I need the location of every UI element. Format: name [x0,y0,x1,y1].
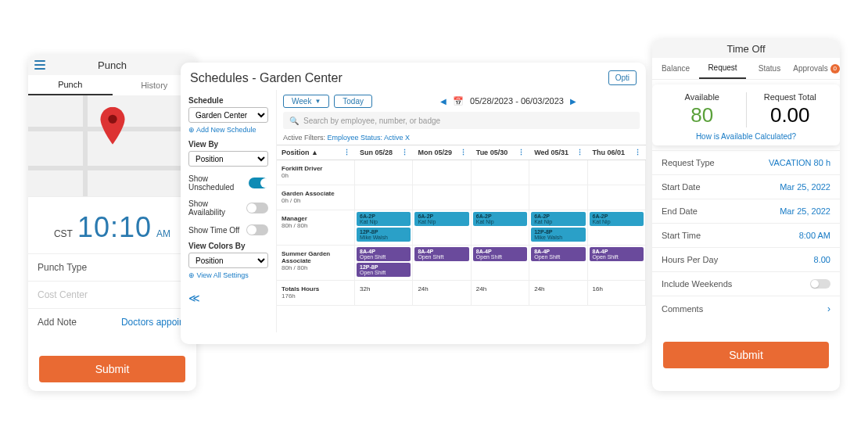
day-cell[interactable]: 6A-2PKat Nip [472,210,529,246]
tab-approvals[interactable]: Approvals0 [793,58,840,79]
schedules-title: Schedules - Garden Center [190,71,343,85]
kebab-icon[interactable]: ⋮ [634,149,641,156]
tab-balance[interactable]: Balance [652,58,699,79]
shift-block[interactable]: 12P-8PMike Walsh [357,228,411,242]
prev-arrow-icon[interactable]: ◀ [440,97,447,106]
tab-punch[interactable]: Punch [28,75,113,95]
shift-block[interactable]: 8A-4POpen Shift [473,247,527,261]
timeoff-submit-button[interactable]: Submit [663,342,829,368]
column-header[interactable]: Mon 05/29⋮ [413,145,471,160]
column-header[interactable]: Sun 05/28⋮ [355,145,413,160]
timeoff-row[interactable]: Comments› [652,296,840,321]
view-all-settings-link[interactable]: ⊕ View All Settings [188,271,249,279]
row-add-note[interactable]: Add Note Doctors appoint [28,308,196,335]
totals-cell: 24h [472,281,529,306]
day-cell[interactable] [413,160,471,185]
viewby-select[interactable]: Position [188,151,268,167]
punch-submit-button[interactable]: Submit [39,356,185,382]
shift-block[interactable]: 6A-2PKat Nip [357,212,411,226]
day-cell[interactable] [472,160,529,185]
week-dropdown[interactable]: Week▼ [283,95,329,108]
shift-block[interactable]: 6A-2PKat Nip [590,212,644,226]
shift-block[interactable]: 8A-4POpen Shift [531,247,585,261]
kebab-icon[interactable]: ⋮ [343,149,350,156]
toggle[interactable] [246,224,268,235]
menu-icon[interactable] [34,60,45,70]
collapse-icon[interactable]: ≪ [188,292,268,304]
day-cell[interactable]: 8A-4POpen Shift [472,246,529,281]
colors-select[interactable]: Position [188,253,268,268]
column-header[interactable]: Wed 05/31⋮ [529,145,587,160]
row-value: 8:00 AM [799,231,830,240]
day-cell[interactable] [588,185,646,210]
day-cell[interactable]: 6A-2PKat Nip [588,210,646,246]
position-cell: Garden Associate0h / 0h [277,185,355,210]
shift-block[interactable]: 6A-2PKat Nip [531,212,585,226]
row-value: Mar 25, 2022 [780,206,830,216]
day-cell[interactable]: 6A-2PKat Nip [413,210,471,246]
today-button[interactable]: Today [334,95,372,108]
kebab-icon[interactable]: ⋮ [460,149,467,156]
calc-link[interactable]: How is Available Calculated? [658,132,834,141]
timeoff-row[interactable]: Start Time8:00 AM [652,223,840,247]
shift-block[interactable]: 8A-4POpen Shift [357,247,411,261]
column-header[interactable]: Thu 06/01⋮ [588,145,646,160]
shift-block[interactable]: 8A-4POpen Shift [590,247,644,261]
row-cost-center[interactable]: Cost Center [28,281,196,308]
search-input[interactable]: 🔍 Search by employee, number, or badge [283,112,640,129]
day-cell[interactable] [529,160,587,185]
day-cell[interactable]: 8A-4POpen Shift [413,246,471,281]
timeoff-row[interactable]: Hours Per Day8.00 [652,247,840,271]
clock-time: 10:10 [77,211,152,244]
tab-request[interactable]: Request [699,58,746,79]
day-cell[interactable]: 6A-2PKat Nip12P-8PMike Walsh [355,210,413,246]
timeoff-row[interactable]: Include Weekends [652,271,840,296]
options-button[interactable]: Opti [608,70,637,85]
shift-block[interactable]: 12P-8PMike Walsh [531,228,585,242]
day-cell[interactable] [588,160,646,185]
clock-ampm: AM [156,228,170,239]
timeoff-row[interactable]: Start DateMar 25, 2022 [652,174,840,199]
day-cell[interactable]: 8A-4POpen Shift [588,246,646,281]
column-header[interactable]: Tue 05/30⋮ [472,145,529,160]
location-pin-icon [99,107,126,145]
toggle[interactable] [810,279,830,289]
row-value: VACATION 80 h [769,158,830,167]
timeoff-row[interactable]: End DateMar 25, 2022 [652,199,840,223]
calendar-icon[interactable]: 📅 [453,96,464,106]
timeoff-row[interactable]: Request TypeVACATION 80 h [652,150,840,174]
shift-block[interactable]: 6A-2PKat Nip [473,212,527,226]
column-header[interactable]: Position ▲⋮ [277,145,355,160]
filter-chip[interactable]: Employee Status: Active X [328,134,411,142]
day-cell[interactable] [529,185,587,210]
tab-status[interactable]: Status [746,58,793,79]
day-cell[interactable] [413,185,471,210]
shift-block[interactable]: 12P-8POpen Shift [357,263,411,277]
timezone: CST [54,228,73,239]
totals-cell: 16h [588,281,646,306]
add-schedule-link[interactable]: ⊕ Add New Schedule [188,126,256,134]
kebab-icon[interactable]: ⋮ [401,149,408,156]
position-cell: Forklift Driver0h [277,160,355,185]
day-cell[interactable]: 6A-2PKat Nip12P-8PMike Walsh [529,210,587,246]
day-cell[interactable]: 8A-4POpen Shift [529,246,587,281]
date-range-text: 05/28/2023 - 06/03/2023 [470,96,564,106]
shift-block[interactable]: 8A-4POpen Shift [414,247,468,261]
toggle[interactable] [246,203,268,213]
schedule-select[interactable]: Garden Center [188,107,268,123]
kebab-icon[interactable]: ⋮ [518,149,525,156]
row-punch-type[interactable]: Punch Type [28,253,196,281]
day-cell[interactable]: 8A-4POpen Shift12P-8POpen Shift [355,246,413,281]
map[interactable] [28,95,196,197]
shift-block[interactable]: 6A-2PKat Nip [414,212,468,226]
kebab-icon[interactable]: ⋮ [576,149,583,156]
next-arrow-icon[interactable]: ▶ [570,97,576,106]
day-cell[interactable] [472,185,529,210]
svg-point-0 [108,115,117,124]
totals-label: Totals Hours176h [277,281,355,306]
date-range: ◀ 📅 05/28/2023 - 06/03/2023 ▶ [377,96,640,106]
day-cell[interactable] [355,160,413,185]
colors-label: View Colors By [188,242,268,250]
toggle[interactable] [249,178,268,188]
day-cell[interactable] [355,185,413,210]
